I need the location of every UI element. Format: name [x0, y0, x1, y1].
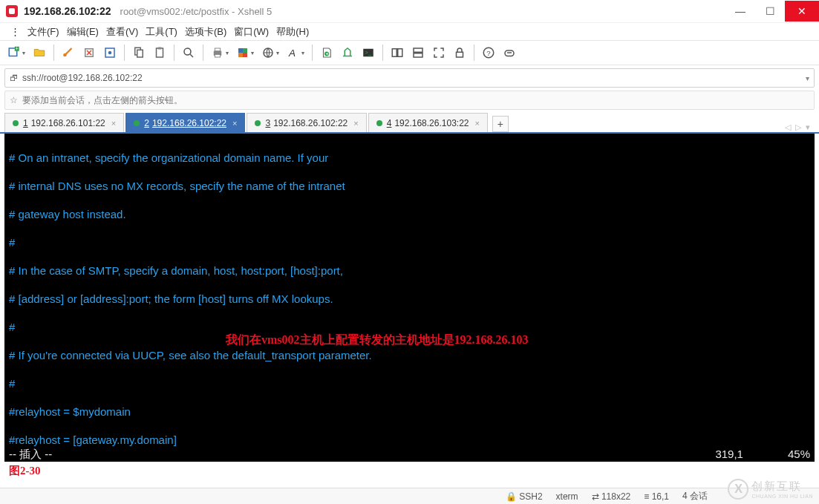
disconnect-button[interactable]	[79, 44, 99, 62]
menu-window[interactable]: 窗口(W)	[231, 24, 272, 40]
tab-close-icon[interactable]: ×	[475, 119, 480, 128]
status-sessions: 4 会话	[682, 490, 708, 503]
hint-text: 要添加当前会话，点击左侧的箭头按钮。	[22, 94, 183, 107]
maximize-button[interactable]: ☐	[755, 1, 785, 22]
properties-button[interactable]	[100, 44, 120, 62]
status-size: ⇄ 118x22	[592, 491, 631, 502]
session-tab-1[interactable]: 1 192.168.26.101:22 ×	[4, 113, 124, 132]
vim-mode: -- 插入 --	[9, 448, 52, 462]
fullscreen-button[interactable]	[429, 44, 448, 62]
tab-close-icon[interactable]: ×	[232, 119, 237, 128]
script-button[interactable]	[317, 44, 336, 62]
encoding-button[interactable]	[258, 44, 282, 62]
font-button[interactable]: A	[284, 44, 307, 62]
svg-point-11	[184, 48, 191, 55]
menu-edit[interactable]: 编辑(E)	[64, 24, 102, 40]
term-line: # In the case of SMTP, specify a domain,…	[9, 264, 810, 278]
svg-text:?: ?	[486, 49, 491, 57]
watermark-icon: X	[728, 479, 748, 500]
tab-label: 192.168.26.102:22	[152, 118, 226, 128]
menu-view[interactable]: 查看(V)	[103, 24, 141, 40]
reconnect-button[interactable]	[59, 44, 78, 62]
watermark: X 创新互联 CHUANG XIN HU LIAN	[728, 479, 813, 500]
tab-close-icon[interactable]: ×	[353, 119, 358, 128]
status-cursor: ≡ 16,1	[644, 491, 669, 502]
color-scheme-button[interactable]	[233, 44, 257, 62]
help-button[interactable]: ?	[479, 44, 498, 62]
xft-button[interactable]	[338, 44, 357, 62]
svg-rect-17	[238, 53, 243, 57]
address-bar[interactable]: 🗗 ssh://root@192.168.26.102:22 ▾	[4, 68, 815, 88]
minimize-button[interactable]: —	[725, 1, 755, 22]
find-button[interactable]	[179, 44, 198, 62]
hint-bar: ☆ 要添加当前会话，点击左侧的箭头按钮。	[4, 91, 815, 110]
svg-rect-24	[392, 49, 397, 57]
menu-help[interactable]: 帮助(H)	[273, 24, 312, 40]
watermark-text: 创新互联	[751, 480, 813, 494]
term-line: #	[9, 376, 810, 390]
menu-tabs[interactable]: 选项卡(B)	[182, 24, 229, 40]
tab-label: 192.168.26.103:22	[394, 118, 469, 128]
status-dot-icon	[134, 120, 140, 126]
term-line: #relayhost = [gateway.my.domain]	[9, 433, 810, 447]
tab-number: 2	[144, 118, 149, 128]
status-termtype: xterm	[556, 491, 578, 502]
svg-rect-28	[457, 52, 463, 57]
status-dot-icon	[13, 120, 19, 126]
window-subtitle: root@vms002:/etc/postfix - Xshell 5	[120, 6, 273, 17]
tile-vertical-button[interactable]	[408, 44, 428, 62]
address-dropdown-icon[interactable]: ▾	[806, 74, 809, 82]
tab-list-icon[interactable]: ▾	[806, 122, 810, 132]
svg-rect-15	[238, 48, 243, 53]
figure-caption-row: 图2-30	[4, 462, 815, 480]
app-icon	[6, 5, 18, 17]
compose-button[interactable]	[500, 44, 519, 62]
tab-next-icon[interactable]: ▷	[795, 122, 801, 132]
svg-point-6	[108, 51, 112, 55]
tile-horizontal-button[interactable]	[388, 44, 407, 62]
tab-prev-icon[interactable]: ◁	[785, 122, 791, 132]
titlebar: 192.168.26.102:22 root@vms002:/etc/postf…	[0, 0, 819, 22]
term-line: # If you're connected via UUCP, see also…	[9, 348, 810, 362]
tab-number: 1	[23, 118, 28, 128]
svg-rect-18	[243, 53, 247, 57]
tab-label: 192.168.26.101:22	[31, 118, 105, 128]
session-tab-2[interactable]: 2 192.168.26.102:22 ×	[125, 113, 245, 132]
svg-rect-8	[137, 50, 143, 57]
print-button[interactable]	[208, 44, 232, 62]
status-protocol: 🔒 SSH2	[506, 491, 543, 502]
status-dot-icon	[376, 120, 382, 126]
svg-point-3	[63, 53, 67, 57]
open-button[interactable]	[30, 44, 49, 62]
svg-rect-25	[398, 49, 402, 57]
term-line: # On an intranet, specify the organizati…	[9, 151, 810, 165]
vim-status-line: -- 插入 -- 319,1 45%	[4, 448, 815, 462]
svg-rect-9	[157, 48, 163, 57]
svg-rect-26	[414, 48, 422, 52]
menu-file[interactable]: 文件(F)	[25, 24, 62, 40]
tab-navigation: ◁ ▷ ▾	[785, 122, 815, 132]
svg-rect-13	[215, 48, 221, 51]
svg-rect-27	[414, 53, 422, 57]
menu-tools[interactable]: 工具(T)	[143, 24, 180, 40]
new-session-button[interactable]: +	[4, 44, 28, 62]
bookmark-icon[interactable]: ☆	[10, 95, 18, 105]
tab-label: 192.168.26.102:22	[273, 118, 347, 128]
protocol-icon: 🗗	[10, 73, 18, 82]
terminal-view[interactable]: # On an intranet, specify the organizati…	[4, 134, 815, 448]
terminal-button[interactable]: >_	[359, 44, 378, 62]
svg-rect-16	[243, 48, 247, 53]
close-button[interactable]: ✕	[785, 1, 819, 22]
paste-button[interactable]	[150, 44, 169, 62]
window-controls: — ☐ ✕	[725, 1, 819, 22]
tab-number: 4	[387, 118, 392, 128]
svg-rect-14	[215, 54, 221, 57]
new-tab-button[interactable]: +	[492, 116, 509, 132]
annotation-text: 我们在vms002主机上配置转发的主机地址是192.168.26.103	[226, 333, 529, 347]
tab-close-icon[interactable]: ×	[111, 119, 116, 128]
session-tab-3[interactable]: 3 192.168.26.102:22 ×	[247, 113, 366, 132]
session-tab-4[interactable]: 4 192.168.26.103:22 ×	[368, 113, 488, 132]
copy-button[interactable]	[129, 44, 149, 62]
lock-button[interactable]	[450, 44, 469, 62]
tab-number: 3	[265, 118, 270, 128]
